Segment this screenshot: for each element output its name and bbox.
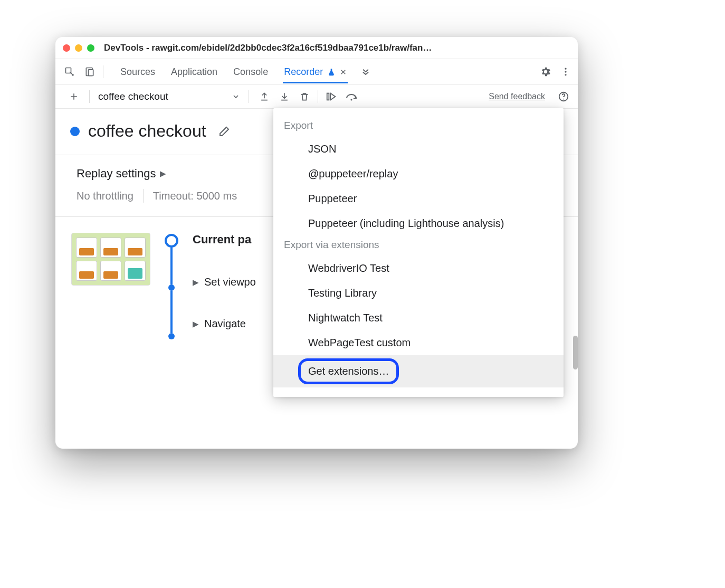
svg-point-9: [563, 98, 564, 99]
expand-icon[interactable]: ▶: [193, 319, 199, 329]
thumb-item: [100, 261, 121, 281]
export-option-nightwatch[interactable]: Nightwatch Test: [273, 306, 564, 330]
divider: [249, 90, 249, 103]
experiment-icon: [327, 68, 336, 77]
more-tabs-icon[interactable]: [360, 67, 371, 77]
thumbnail-column: [71, 233, 150, 339]
step-current-page-label: Current pa: [193, 233, 251, 246]
dropdown-section-extensions: Export via extensions: [273, 236, 564, 256]
tab-recorder[interactable]: Recorder: [283, 60, 348, 83]
svg-rect-2: [89, 69, 93, 75]
export-option-webdriverio[interactable]: WebdriverIO Test: [273, 256, 564, 281]
maximize-window-button[interactable]: [87, 44, 94, 52]
svg-point-3: [565, 68, 566, 69]
export-dropdown: Export JSON @puppeteer/replay Puppeteer …: [273, 108, 564, 397]
rename-icon[interactable]: [218, 125, 231, 138]
device-toolbar-icon[interactable]: [81, 63, 99, 81]
tab-label: Application: [171, 67, 217, 78]
thumb-item: [76, 238, 97, 258]
inspect-element-icon[interactable]: [61, 63, 79, 81]
tab-console[interactable]: Console: [232, 60, 269, 83]
scrollbar-thumb[interactable]: [573, 336, 578, 369]
svg-point-7: [350, 99, 352, 100]
tab-application[interactable]: Application: [170, 60, 218, 83]
svg-point-4: [565, 71, 566, 72]
step-navigate-label: Navigate: [204, 318, 246, 330]
highlight-ring: Get extensions…: [298, 358, 399, 384]
thumb-item: [100, 238, 121, 258]
timeline: [161, 233, 182, 339]
recording-status-dot: [70, 127, 80, 136]
timeline-node: [168, 284, 175, 291]
export-option-get-extensions[interactable]: Get extensions…: [273, 355, 564, 387]
titlebar: DevTools - rawgit.com/ebidel/2d2bb0cdec3…: [55, 37, 578, 59]
recording-select[interactable]: coffee checkout: [96, 91, 242, 102]
help-icon[interactable]: [555, 88, 573, 106]
timeline-line: [170, 291, 173, 333]
svg-rect-6: [327, 93, 329, 100]
new-recording-icon[interactable]: [65, 88, 83, 106]
throttling-value: No throttling: [77, 190, 133, 202]
thumb-item: [125, 238, 146, 258]
page-thumbnail: [71, 233, 150, 286]
replay-settings-label: Replay settings: [77, 167, 156, 181]
divider: [143, 189, 144, 203]
tabs: Sources Application Console Recorder: [119, 60, 348, 83]
timeline-node: [168, 333, 175, 339]
chevron-right-icon: ▶: [160, 169, 166, 178]
divider: [89, 90, 90, 103]
get-extensions-label: Get extensions…: [308, 365, 389, 377]
export-option-testing-library[interactable]: Testing Library: [273, 281, 564, 306]
window-title: DevTools - rawgit.com/ebidel/2d2bb0cdec3…: [100, 43, 570, 53]
divider: [103, 65, 103, 78]
settings-gear-icon[interactable]: [537, 63, 555, 81]
close-tab-icon[interactable]: [340, 69, 347, 75]
thumb-item: [76, 261, 97, 281]
import-icon[interactable]: [275, 88, 293, 106]
export-option-puppeteer-lighthouse[interactable]: Puppeteer (including Lighthouse analysis…: [273, 211, 564, 236]
window-controls: [63, 44, 94, 52]
thumb-item: [125, 261, 146, 281]
close-window-button[interactable]: [63, 44, 70, 52]
export-option-puppeteer-replay[interactable]: @puppeteer/replay: [273, 162, 564, 186]
kebab-menu-icon[interactable]: [557, 63, 575, 81]
expand-icon[interactable]: ▶: [193, 278, 199, 287]
send-feedback-link[interactable]: Send feedback: [489, 92, 545, 101]
tab-label: Sources: [120, 67, 155, 78]
replay-icon[interactable]: [322, 88, 340, 106]
export-option-json[interactable]: JSON: [273, 137, 564, 162]
tab-sources[interactable]: Sources: [119, 60, 156, 83]
export-option-webpagetest[interactable]: WebPageTest custom: [273, 330, 564, 355]
dropdown-section-export: Export: [273, 117, 564, 137]
recording-select-value: coffee checkout: [98, 91, 168, 102]
svg-point-5: [565, 74, 566, 75]
toolbar-icons: [255, 88, 360, 106]
chevron-down-icon: [232, 92, 240, 101]
delete-icon[interactable]: [295, 88, 313, 106]
timeline-line: [170, 248, 173, 284]
export-icon[interactable]: [255, 88, 273, 106]
recording-title: coffee checkout: [88, 121, 206, 141]
tab-label: Console: [233, 67, 268, 78]
timeline-start-node: [165, 234, 178, 248]
minimize-window-button[interactable]: [75, 44, 82, 52]
divider: [318, 90, 318, 103]
tab-label: Recorder: [284, 67, 323, 78]
devtools-window: DevTools - rawgit.com/ebidel/2d2bb0cdec3…: [55, 37, 578, 449]
recorder-toolbar: coffee checkout Send feedb: [55, 84, 578, 109]
step-over-icon[interactable]: [342, 88, 360, 106]
timeout-value: Timeout: 5000 ms: [153, 190, 237, 202]
panel-tabstrip: Sources Application Console Recorder: [55, 59, 578, 84]
export-option-puppeteer[interactable]: Puppeteer: [273, 186, 564, 211]
step-set-viewport-label: Set viewpo: [204, 276, 256, 288]
